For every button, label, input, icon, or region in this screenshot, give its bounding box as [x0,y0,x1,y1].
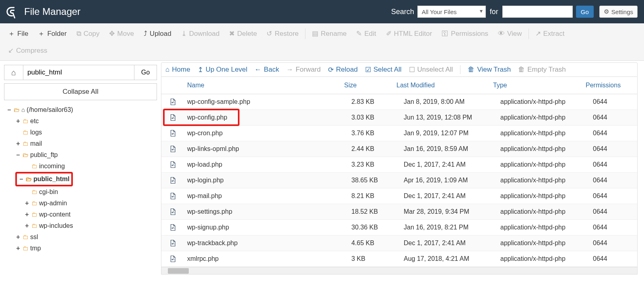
html-editor-icon: ✐ [386,29,392,38]
file-permissions: 0644 [593,177,637,184]
table-row[interactable]: </>wp-links-opml.php2.44 KBJan 16, 2019,… [161,141,637,157]
tree-etc[interactable]: +🗀etc [15,116,157,127]
folder-icon: 🗀 [23,231,29,243]
file-name: wp-signup.php [184,224,351,231]
expand-icon[interactable]: + [24,220,30,231]
file-type: application/x-httpd-php [500,114,593,121]
tree-cgi-bin[interactable]: 🗀cgi-bin [24,186,157,198]
tree-mail[interactable]: +🗀mail [15,138,157,149]
nav-home-button[interactable]: ⌂Home [165,66,190,74]
file-size: 3 KB [351,255,404,262]
tree-public-ftp[interactable]: –🗁public_ftp [15,149,157,161]
new-folder-button[interactable]: ＋Folder [33,25,71,42]
move-button[interactable]: ✥Move [104,25,139,42]
extract-button[interactable]: ↗Extract [530,25,570,42]
upload-button[interactable]: ⤴Upload [139,26,176,42]
tree-incoming[interactable]: 🗀incoming [24,161,157,172]
file-type: application/x-httpd-php [500,145,593,153]
restore-button[interactable]: ↺Restore [262,25,303,42]
scrollbar-thumb[interactable] [168,268,189,274]
select-all-button[interactable]: ☑Select All [365,66,402,74]
svg-text:</>: </> [171,243,175,245]
unselect-all-button[interactable]: ☐Unselect All [409,66,453,74]
table-row[interactable]: </>wp-mail.php8.21 KBDec 1, 2017, 2:41 A… [161,188,637,204]
php-file-icon: </> [161,145,184,153]
edit-button[interactable]: ✎Edit [351,25,381,42]
expand-icon[interactable]: + [15,138,21,149]
path-go-button[interactable]: Go [134,65,157,80]
trash-icon: 🗑 [468,66,475,74]
tree-wp-includes[interactable]: +🗀wp-includes [24,220,157,231]
table-body[interactable]: </>wp-config-sample.php2.83 KBJan 8, 201… [161,94,637,267]
table-row[interactable]: </>wp-load.php3.23 KBDec 1, 2017, 2:41 A… [161,157,637,173]
search-scope-select[interactable]: All Your Files [417,6,486,18]
collapse-all-button[interactable]: Collapse All [4,83,157,100]
column-permissions[interactable]: Permissions [586,82,630,89]
tree-home-button[interactable] [4,65,23,80]
table-row[interactable]: </>wp-cron.php3.76 KBJan 9, 2019, 12:07 … [161,126,637,141]
tree-tmp[interactable]: +🗀tmp [15,243,157,254]
nav-up-button[interactable]: ↥Up One Level [198,66,248,74]
column-name[interactable]: Name [184,82,344,89]
table-row[interactable]: </>wp-signup.php30.36 KBJan 16, 2019, 8:… [161,220,637,235]
table-row[interactable]: </>xmlrpc.php3 KBAug 17, 2018, 4:21 AMap… [161,251,637,267]
file-name: wp-config.php [184,114,351,121]
compress-button[interactable]: ↙Compress [3,42,52,59]
tree-root[interactable]: – 🗁 ⌂ (/home/sailor63) [6,104,157,116]
html-editor-button[interactable]: ✐HTML Editor [381,25,437,42]
delete-button[interactable]: ✖Delete [224,25,262,42]
checkbox-empty-icon: ☐ [409,66,415,74]
nav-forward-button[interactable]: →Forward [286,66,320,74]
empty-trash-button[interactable]: 🗑Empty Trash [518,66,566,74]
download-button[interactable]: ⤓Download [176,25,225,42]
tree-ssl[interactable]: +🗀ssl [15,231,157,243]
search-go-button[interactable]: Go [576,6,594,18]
permissions-button[interactable]: ⚿Permissions [437,26,493,42]
expand-icon[interactable]: + [15,116,21,127]
column-modified[interactable]: Last Modified [396,82,493,89]
new-file-button[interactable]: ＋File [3,25,33,42]
path-input[interactable] [23,65,134,80]
expand-icon[interactable]: + [15,231,21,243]
file-name: wp-load.php [184,161,351,168]
tree-wp-admin[interactable]: +🗀wp-admin [24,198,157,209]
rename-icon: ▤ [312,29,318,38]
file-permissions: 0644 [593,145,637,153]
collapse-icon[interactable]: – [6,104,12,116]
table-row[interactable]: </>wp-config.php3.03 KBJun 13, 2019, 12:… [161,110,637,126]
expand-icon[interactable]: + [24,209,30,220]
expand-icon[interactable]: + [24,198,30,209]
svg-text:</>: </> [171,227,175,229]
rename-button[interactable]: ▤Rename [307,25,351,42]
download-icon: ⤓ [181,29,187,38]
column-size[interactable]: Size [344,82,396,89]
search-input[interactable] [502,6,573,18]
tree-wp-content[interactable]: +🗀wp-content [24,209,157,220]
table-row[interactable]: </>wp-trackback.php4.65 KBDec 1, 2017, 2… [161,235,637,251]
compress-icon: ↙ [8,46,14,55]
collapse-icon[interactable]: – [15,149,21,161]
php-file-icon: </> [161,208,184,216]
nav-back-button[interactable]: ←Back [255,66,279,74]
expand-icon[interactable]: + [15,243,21,254]
copy-button[interactable]: ⧉Copy [72,26,105,42]
table-row[interactable]: </>wp-login.php38.65 KBApr 16, 2019, 1:0… [161,173,637,188]
file-type: application/x-httpd-php [500,177,593,184]
collapse-icon[interactable]: – [19,173,24,185]
view-trash-button[interactable]: 🗑View Trash [468,66,511,74]
nav-reload-button[interactable]: ⟳Reload [328,66,358,74]
cpanel-logo-icon [6,5,20,19]
file-name: wp-settings.php [184,208,351,215]
php-file-icon: </> [161,114,184,122]
table-row[interactable]: </>wp-config-sample.php2.83 KBJan 8, 201… [161,94,637,110]
table-row[interactable]: </>wp-settings.php18.52 KBMar 28, 2019, … [161,204,637,220]
file-name: wp-config-sample.php [184,98,351,105]
tree-public-html[interactable]: – 🗁 public_html [15,172,157,186]
settings-button[interactable]: Settings [599,6,638,18]
file-name: wp-trackback.php [184,240,351,247]
file-name: xmlrpc.php [184,255,351,262]
column-type[interactable]: Type [493,82,586,89]
view-button[interactable]: 👁View [493,26,527,42]
tree-logs[interactable]: 🗀logs [15,127,157,138]
horizontal-scrollbar[interactable] [161,267,637,274]
